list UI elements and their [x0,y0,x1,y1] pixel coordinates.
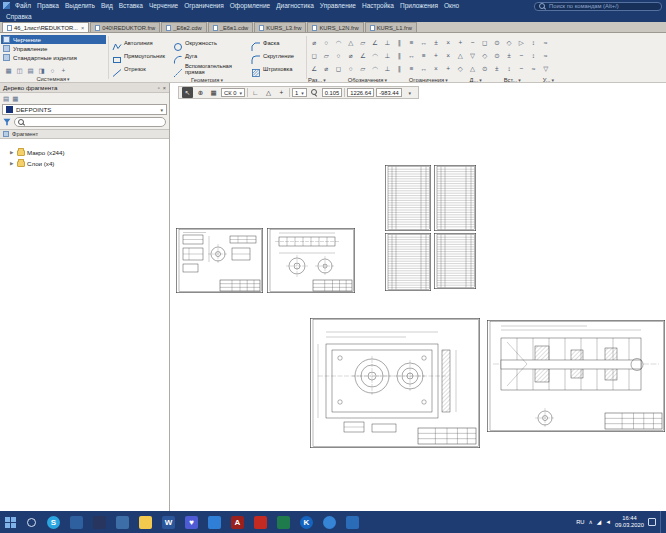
ribbon-tool-icon[interactable]: ⌀ [320,62,332,75]
ribbon-tool-icon[interactable]: ≈ [540,36,552,49]
tree-view-mode-icon[interactable]: ▤ [3,95,9,103]
tree-item[interactable]: ▶Слои (x4) [0,158,169,169]
spec-table-2[interactable] [434,165,475,230]
menu-item[interactable]: Управление [317,2,359,9]
assembly-drawing-2[interactable] [487,320,664,431]
ribbon-tool-icon[interactable]: ◇ [454,62,466,75]
menu-item[interactable]: Выделить [62,2,98,9]
ribbon-tool-icon[interactable]: ∥ [393,62,405,75]
layer-select[interactable]: 1▾ [292,88,307,97]
panel-tab[interactable]: Управление [1,44,106,53]
menu-item[interactable]: Приложения [397,2,441,9]
taskbar-clock[interactable]: 16:44 09.03.2020 [615,515,644,529]
ribbon-tool-icon[interactable]: ~ [515,49,527,62]
system-panel-label[interactable]: Системная▾ [4,76,102,82]
ribbon-tool-icon[interactable]: ⌀ [308,36,320,49]
taskbar-search-button[interactable] [21,511,42,533]
kompas-icon[interactable]: K [295,511,318,533]
tool-circle[interactable]: Окружность [173,38,243,48]
angle-snap-button[interactable]: △ [263,87,274,98]
system-tool-icon[interactable]: ◫ [15,66,24,75]
ribbon-tool-icon[interactable]: ∠ [308,62,320,75]
ribbon-tool-icon[interactable]: ○ [320,36,332,49]
explorer-folder-icon[interactable] [134,511,157,533]
document-tab[interactable]: KURS_L2N.frw [307,22,363,32]
ribbon-tool-icon[interactable]: × [430,62,442,75]
app-icon-navy[interactable] [88,511,111,533]
tool-construction-line[interactable]: Вспомогательная прямая [173,63,243,75]
ribbon-tool-icon[interactable]: ↔ [418,62,430,75]
action-center-icon[interactable] [648,518,656,526]
ribbon-tool-icon[interactable]: △ [454,49,466,62]
ribbon-tool-icon[interactable]: ▱ [320,49,332,62]
ribbon-tool-icon[interactable]: ◇ [503,36,515,49]
ribbon-tool-icon[interactable]: ○ [345,62,357,75]
ribbon-tool-icon[interactable]: ▽ [466,49,478,62]
layer-selector-dropdown[interactable]: DEFPOINTS ▾ [2,104,167,115]
ribbon-tool-icon[interactable]: + [454,36,466,49]
tool-arc[interactable]: Дуга [173,51,243,61]
menu-item[interactable]: Оформление [227,2,273,9]
document-tab[interactable]: KURS_L3.frw [254,22,306,32]
volume-icon[interactable]: ◄ [605,519,611,525]
ribbon-tool-icon[interactable]: ⌀ [345,49,357,62]
tree-collapse-icon[interactable]: ▦ [12,95,18,103]
ribbon-tool-icon[interactable]: ∥ [393,36,405,49]
tool-hatch[interactable]: Штриховка [251,64,294,74]
mail-icon[interactable] [341,511,364,533]
snap-settings-button[interactable]: ⊕ [195,87,206,98]
close-icon[interactable]: × [163,85,166,91]
drawing-canvas[interactable] [170,83,666,511]
ribbon-tool-icon[interactable]: ▱ [357,36,369,49]
menu-item[interactable]: Справка [3,13,35,20]
command-search-box[interactable]: Поиск по командам (Alt+/) [534,2,662,11]
grid-toggle-button[interactable]: ▦ [208,87,219,98]
ribbon-tool-icon[interactable]: ≈ [527,62,539,75]
ribbon-tool-icon[interactable]: ↔ [406,49,418,62]
ribbon-tool-icon[interactable]: ≡ [418,49,430,62]
ribbon-tool-icon[interactable]: ◻ [479,36,491,49]
spec-table-3[interactable] [385,233,430,290]
ribbon-tool-icon[interactable]: ≡ [406,36,418,49]
ribbon-tool-icon[interactable]: ± [503,49,515,62]
spec-table-4[interactable] [434,233,475,288]
menu-item[interactable]: Файл [12,2,34,9]
ribbon-tool-icon[interactable]: ↔ [418,36,430,49]
ribbon-tool-icon[interactable]: ▽ [540,62,552,75]
menu-item[interactable]: Черчение [146,2,181,9]
drawing-sheet-2[interactable] [267,228,354,292]
system-tool-icon[interactable]: ▦ [4,66,13,75]
document-tab[interactable]: _Е6в2.cdw [161,22,207,32]
zoom-value-field[interactable]: 0.105 [322,88,343,97]
ribbon-section-label[interactable]: У...▾ [543,77,554,83]
close-icon[interactable]: × [81,25,84,31]
excel-icon[interactable] [272,511,295,533]
cursor-y-field[interactable]: -983.44 [376,88,402,97]
tool-autoline[interactable]: Автолиния [112,38,165,48]
system-tool-icon[interactable]: ▤ [26,66,35,75]
geometry-group-label[interactable]: Геометрия▾ [112,77,302,83]
ribbon-tool-icon[interactable]: ◠ [369,62,381,75]
start-button[interactable] [0,511,21,533]
ribbon-tool-icon[interactable]: ◠ [332,36,344,49]
ribbon-section-label[interactable]: Раз...▾ [308,77,326,83]
panel-tab[interactable]: Черчение [1,35,106,44]
ribbon-tool-icon[interactable]: ∠ [357,49,369,62]
system-tool-icon[interactable]: ◨ [37,66,46,75]
tree-item[interactable]: ▶Макро (x244) [0,147,169,158]
ribbon-tool-icon[interactable]: ⊥ [381,62,393,75]
menu-item[interactable]: Диагностика [273,2,317,9]
browser-icon[interactable] [318,511,341,533]
ribbon-tool-icon[interactable]: + [442,62,454,75]
ribbon-tool-icon[interactable]: × [442,36,454,49]
ribbon-tool-icon[interactable]: ▱ [357,62,369,75]
ribbon-tool-icon[interactable]: ⊥ [381,36,393,49]
photos-icon[interactable] [203,511,226,533]
ribbon-tool-icon[interactable]: △ [466,62,478,75]
app-icon-blue[interactable] [65,511,88,533]
pin-icon[interactable]: ▫ [158,85,160,91]
acrobat-icon[interactable]: A [226,511,249,533]
tree-search-input[interactable] [14,117,166,127]
document-tab[interactable]: 040\REDUKTOR.frw [90,22,160,32]
expand-arrow-icon[interactable]: ▶ [10,150,15,155]
